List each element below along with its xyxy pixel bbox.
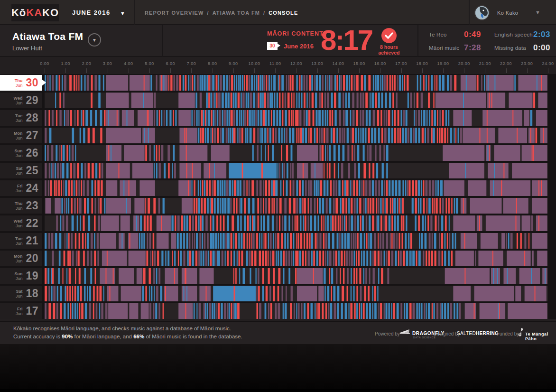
- day-label-22[interactable]: WedJun22: [0, 215, 42, 231]
- axis-tick: [485, 68, 485, 73]
- day-of-week: WedJun: [14, 96, 23, 105]
- kokako-logo[interactable]: KōKAKO: [11, 4, 59, 21]
- day-label-20[interactable]: MonJun20: [0, 251, 42, 266]
- day-label-25[interactable]: SatJun25: [0, 163, 42, 178]
- day-label-23[interactable]: ThuJun23: [0, 198, 42, 214]
- day-label-27[interactable]: MonJun27: [0, 128, 42, 143]
- axis-hour-label: 24:00: [542, 61, 554, 66]
- saltedherring-name[interactable]: SALTEDHERRING: [457, 331, 499, 336]
- axis-hour-label: 14:00: [332, 61, 344, 66]
- axis-hour-label: 23:00: [521, 61, 533, 66]
- day-activity-bars: [45, 93, 548, 108]
- day-activity-track-29[interactable]: [45, 93, 548, 108]
- day-activity-bars: [45, 128, 548, 143]
- axis-tick: [506, 68, 507, 73]
- footer: Kōkako recognises Māori language, and ch…: [0, 321, 556, 344]
- day-activity-track-27[interactable]: [45, 128, 548, 143]
- breadcrumb: REPORT OVERVIEW / ATIAWA TOA FM / CONSOL…: [145, 0, 298, 25]
- day-activity-track-22[interactable]: [45, 215, 548, 231]
- day-activity-track-24[interactable]: [45, 180, 548, 196]
- day-activity-track-28[interactable]: [45, 110, 548, 126]
- axis-tick: [548, 68, 548, 73]
- date-flag: 30: [267, 42, 278, 50]
- desktop-background: [0, 344, 556, 389]
- timeline-row-30: ThuJun30: [0, 75, 556, 91]
- dragonfly-icon: [399, 329, 411, 337]
- stat-maori-music: Māori music7:28: [429, 43, 481, 53]
- axis-hour-label: 19:00: [437, 61, 449, 66]
- day-activity-bars: [45, 198, 548, 214]
- footer-note-line1: Kōkako recognises Māori language, and ch…: [13, 326, 231, 331]
- footer-note-line2: Current accuracy is 90% for Māori langua…: [13, 334, 242, 339]
- day-of-week: FriJun: [16, 184, 23, 193]
- day-activity-bars: [45, 145, 548, 161]
- header-divider: [417, 25, 418, 57]
- day-activity-track-18[interactable]: [45, 286, 548, 301]
- axis-hour-label: 5:00: [145, 61, 154, 66]
- day-label-29[interactable]: WedJun29: [0, 93, 42, 108]
- axis-tick: [149, 68, 150, 73]
- station-dropdown-button[interactable]: ▼: [88, 33, 101, 47]
- timeline-row-21: TueJun21: [0, 233, 556, 249]
- day-label-17[interactable]: FriJun17: [0, 303, 42, 319]
- station-name: Atiawa Toa FM: [12, 31, 83, 42]
- month-selector[interactable]: JUNE 2016: [72, 0, 111, 25]
- topbar-divider: [134, 0, 135, 25]
- kokako-logo-text: KōKAKO: [11, 7, 59, 19]
- day-activity-track-26[interactable]: [45, 145, 548, 161]
- day-of-week: SunJun: [14, 149, 22, 158]
- timeline-row-19: SunJun19: [0, 268, 556, 284]
- month-selector-caret-icon[interactable]: ▼: [120, 10, 125, 16]
- day-number: 29: [26, 94, 38, 107]
- user-avatar[interactable]: [474, 5, 490, 20]
- maori-content-total: 8:17: [321, 25, 372, 56]
- stat-english-speech: English speech2:03: [494, 29, 550, 40]
- day-of-week: MonJun: [14, 254, 23, 263]
- axis-tick: [527, 68, 528, 73]
- timeline-row-23: ThuJun23: [0, 198, 556, 214]
- day-label-24[interactable]: FriJun24: [0, 180, 42, 196]
- day-of-week: TueJun: [15, 113, 22, 123]
- breadcrumb-station[interactable]: ATIAWA TOA FM: [213, 10, 260, 16]
- te-mangai-paho-name[interactable]: Te Māngai Pāho: [525, 332, 556, 341]
- day-activity-track-17[interactable]: [45, 303, 548, 319]
- day-activity-track-25[interactable]: [45, 163, 548, 178]
- axis-tick: [254, 68, 255, 73]
- day-of-week: SatJun: [16, 166, 23, 176]
- te-mangai-paho-icon: [518, 327, 524, 338]
- user-menu-caret-icon[interactable]: ▼: [535, 9, 540, 15]
- day-label-26[interactable]: SunJun26: [0, 145, 42, 161]
- day-number: 28: [26, 112, 38, 124]
- day-of-week: WedJun: [14, 219, 23, 228]
- day-label-19[interactable]: SunJun19: [0, 268, 42, 284]
- axis-hour-label: 21:00: [479, 61, 491, 66]
- day-activity-track-23[interactable]: [45, 198, 548, 214]
- day-activity-track-20[interactable]: [45, 251, 548, 266]
- day-activity-bars: [45, 163, 548, 178]
- day-number: 23: [26, 199, 38, 212]
- day-label-18[interactable]: SatJun18: [0, 286, 42, 301]
- axis-tick: [65, 68, 66, 73]
- axis-hour-label: 7:00: [187, 61, 196, 66]
- axis-tick: [45, 68, 45, 73]
- axis-hour-label: 2:00: [82, 61, 92, 66]
- breadcrumb-separator: /: [263, 10, 265, 16]
- active-day-arrow: [42, 79, 46, 86]
- breadcrumb-report-overview[interactable]: REPORT OVERVIEW: [145, 10, 204, 16]
- day-label-21[interactable]: TueJun21: [0, 233, 42, 249]
- day-label-28[interactable]: TueJun28: [0, 110, 42, 126]
- day-label-30[interactable]: ThuJun30: [0, 75, 42, 91]
- day-number: 22: [26, 217, 38, 230]
- axis-hour-label: 12:00: [290, 61, 302, 66]
- axis-tick: [213, 68, 213, 73]
- axis-tick: [129, 68, 129, 73]
- axis-hour-label: 3:00: [103, 61, 112, 66]
- day-number: 30: [26, 76, 38, 89]
- station-header: Atiawa Toa FM Lower Hutt ▼ MĀORI CONTENT…: [0, 25, 556, 57]
- day-activity-track-19[interactable]: [45, 268, 548, 284]
- day-activity-bars: [45, 215, 548, 231]
- day-activity-track-21[interactable]: [45, 233, 548, 249]
- dragonfly-subtitle: DATA SCIENCE: [413, 336, 436, 339]
- timeline-row-24: FriJun24: [0, 180, 556, 196]
- day-activity-track-30[interactable]: [45, 75, 548, 91]
